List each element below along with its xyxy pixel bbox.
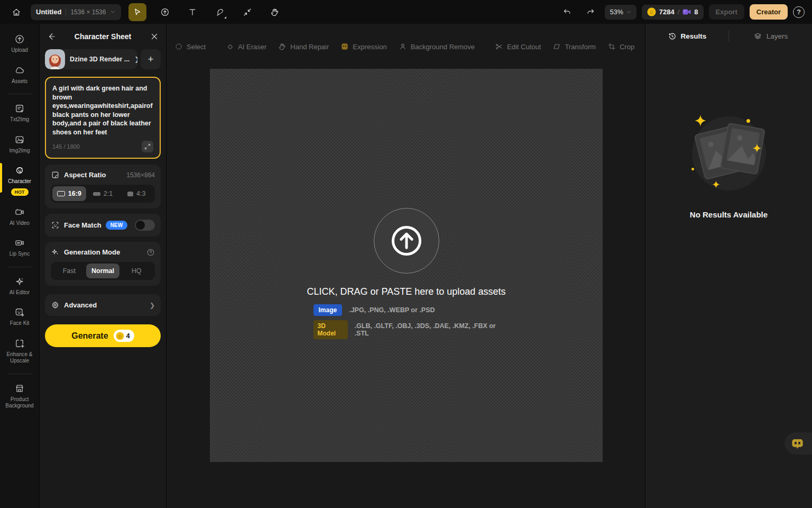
brush-tool-button[interactable] (211, 3, 229, 21)
close-button[interactable] (148, 30, 161, 43)
mode-label: Normal (91, 267, 114, 275)
sidebar-item-face-kit[interactable]: Face Kit (0, 304, 40, 330)
format-list: Image .JPG, .PNG, .WEBP or .PSD 3D Model… (313, 304, 500, 339)
empty-results-state: No Results Available (645, 114, 812, 219)
ratio-option-4-3[interactable]: 4:3 (119, 186, 153, 201)
document-title-pill[interactable]: Untitled 1536 × 1536 (31, 4, 121, 20)
aspect-ratio-icon (51, 170, 60, 179)
upload-tool-button[interactable] (156, 3, 174, 21)
text-tool-button[interactable] (183, 3, 201, 21)
credits-display[interactable]: D 7284 / 8 (642, 5, 704, 20)
toolbar-hand-repair[interactable]: Hand Repair (273, 39, 334, 54)
generation-mode-card: Generation Mode Fast Normal HQ (45, 242, 161, 286)
export-label: Export (716, 8, 737, 16)
sidebar-item-label: Img2Img (10, 148, 30, 155)
tab-results[interactable]: Results (645, 32, 728, 41)
generate-cost: 4 (126, 332, 130, 340)
mode-label: HQ (132, 267, 142, 275)
sidebar-item-enhance-upscale[interactable]: Enhance & Upscale (0, 335, 40, 368)
coin-icon: D (647, 7, 656, 16)
upload-circle-icon (160, 7, 170, 17)
chevron-right-icon: ❯ (134, 56, 137, 63)
3d-model-badge: 3D Model (313, 320, 348, 339)
collapse-view-button[interactable] (238, 3, 256, 21)
document-dimensions: 1536 × 1536 (70, 8, 106, 16)
ratio-label: 4:3 (136, 190, 145, 197)
prompt-input[interactable]: A girl with dark green hair and brown ey… (52, 84, 153, 137)
upload-dropzone-button[interactable] (374, 208, 439, 274)
ratio-4-3-shape (127, 192, 133, 196)
sidebar-item-label: Product Background (2, 396, 38, 410)
toolbar-background-remove[interactable]: Background Remove (394, 39, 479, 54)
sidebar-item-upload[interactable]: Upload (0, 31, 40, 57)
style-name: Dzine 3D Render ... (70, 56, 130, 63)
advanced-section[interactable]: Advanced ❯ (45, 294, 161, 316)
sidebar-item-txt2img[interactable]: Txt2Img (0, 100, 40, 126)
sidebar-item-label: AI Editor (10, 289, 30, 296)
sidebar-item-character[interactable]: Character HOT (0, 162, 40, 199)
video-camera-icon (14, 207, 25, 217)
add-style-button[interactable]: + (141, 49, 161, 69)
toolbar-expression[interactable]: Expression (336, 39, 391, 54)
home-icon (12, 7, 21, 17)
style-selector[interactable]: Dzine 3D Render ... ❯ (45, 49, 137, 69)
face-match-toggle[interactable] (135, 220, 155, 231)
ratio-2-1-shape (93, 192, 100, 196)
generation-mode-icon (51, 248, 60, 257)
undo-button[interactable] (558, 3, 576, 21)
toolbar-transform[interactable]: Transform (548, 39, 601, 54)
support-chat-button[interactable] (785, 432, 812, 455)
help-button[interactable]: ? (793, 6, 805, 18)
sidebar-item-product-background[interactable]: Product Background (0, 380, 40, 413)
export-button[interactable]: Export (709, 4, 744, 20)
gear-icon (51, 301, 60, 310)
text-icon (188, 7, 197, 17)
storefront-icon (14, 383, 25, 394)
active-indicator (0, 163, 2, 193)
sidebar-item-img2img[interactable]: Img2Img (0, 131, 40, 158)
model-formats: .GLB, .GLTF, .OBJ, .3DS, .DAE, .KMZ, .FB… (355, 322, 500, 337)
ratio-option-16-9[interactable]: 16:9 (52, 186, 86, 201)
toolbar-select[interactable]: Select (170, 39, 210, 54)
image-to-image-icon (14, 134, 25, 145)
zoom-level: 53% (610, 8, 623, 16)
mode-option-fast[interactable]: Fast (52, 264, 86, 278)
back-button[interactable] (45, 30, 58, 43)
plus-icon: + (147, 53, 153, 65)
mode-option-normal[interactable]: Normal (86, 264, 120, 278)
tab-layers[interactable]: Layers (729, 32, 812, 41)
eraser-icon (226, 42, 234, 51)
toolbar-crop[interactable]: Crop (603, 39, 639, 54)
generate-button[interactable]: Generate D 4 (45, 324, 161, 347)
help-circle-icon[interactable] (146, 248, 155, 257)
document-title: Untitled (36, 8, 61, 16)
mode-option-hq[interactable]: HQ (119, 264, 153, 278)
sidebar-item-label: Assets (12, 78, 27, 85)
toolbar-ai-eraser[interactable]: AI Eraser (221, 39, 271, 54)
ratio-option-2-1[interactable]: 2:1 (86, 186, 120, 201)
chevron-right-icon: ❯ (150, 302, 155, 309)
ratio-label: 2:1 (104, 190, 113, 197)
undo-icon (562, 7, 572, 17)
sidebar-item-assets[interactable]: Assets (0, 62, 40, 88)
expand-icon (144, 143, 151, 150)
sidebar-item-lip-sync[interactable]: Lip Sync (0, 234, 40, 261)
creator-button[interactable]: Creator (750, 4, 788, 20)
text-to-image-icon (14, 103, 25, 114)
ratio-16-9-shape (57, 191, 65, 196)
sidebar-divider (7, 267, 32, 267)
tab-label: Results (681, 32, 707, 40)
document-canvas[interactable]: CLICK, DRAG or PASTE here to upload asse… (210, 69, 603, 462)
face-scan-icon (51, 221, 60, 230)
select-tool-button[interactable] (128, 3, 146, 21)
sidebar-item-ai-editor[interactable]: AI Editor (0, 273, 40, 300)
home-button[interactable] (7, 3, 25, 21)
toolbar-edit-cutout[interactable]: Edit Cutout (490, 39, 546, 54)
new-badge: NEW (106, 221, 127, 230)
zoom-level-dropdown[interactable]: 53% (605, 5, 636, 20)
sidebar-item-ai-video[interactable]: AI Video (0, 204, 40, 230)
redo-button[interactable] (582, 3, 599, 21)
pan-tool-button[interactable] (266, 3, 284, 21)
crop-icon (607, 42, 616, 51)
expand-prompt-button[interactable] (142, 141, 153, 152)
